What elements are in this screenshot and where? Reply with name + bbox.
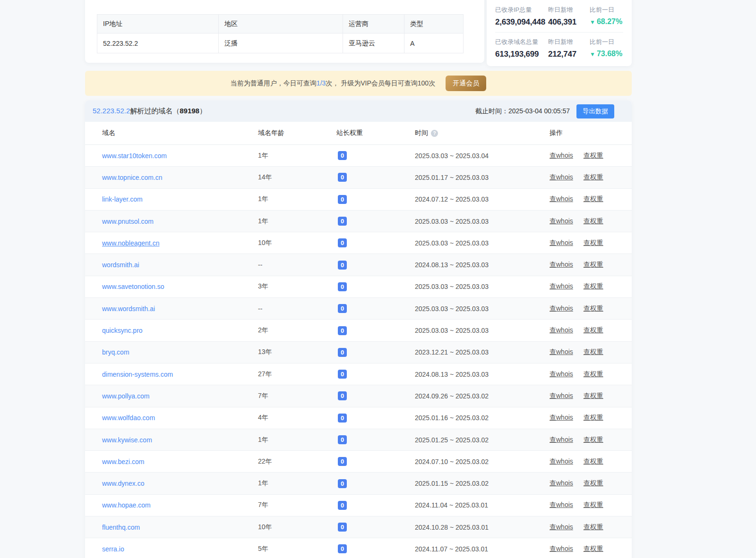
stats-row-ip: 已收录IP总量 2,639,094,448 昨日新增 406,391 比前一日 … (495, 6, 625, 27)
weight-badge[interactable]: 0 (338, 414, 347, 423)
domain-link[interactable]: www.wordsmith.ai (102, 305, 155, 313)
check-whois-link[interactable]: 查whois (550, 523, 573, 531)
check-weight-link[interactable]: 查权重 (584, 173, 603, 181)
table-row: www.kywise.com 1年 0 2025.01.25 ~ 2025.03… (85, 429, 632, 451)
weight-badge[interactable]: 0 (338, 173, 347, 182)
check-weight-link[interactable]: 查权重 (584, 239, 603, 246)
check-whois-link[interactable]: 查whois (550, 282, 573, 290)
domain-link[interactable]: www.dynex.co (102, 480, 144, 487)
check-whois-link[interactable]: 查whois (550, 414, 573, 421)
open-vip-button[interactable]: 开通会员 (446, 76, 486, 91)
record-period: 2024.07.12 ~ 2025.03.03 (415, 195, 550, 203)
record-period: 2024.10.28 ~ 2025.03.01 (415, 524, 550, 531)
domain-link[interactable]: www.pollya.com (102, 392, 149, 400)
domain-link[interactable]: www.bezi.com (102, 458, 144, 465)
domain-link[interactable]: link-layer.com (102, 195, 143, 203)
check-weight-link[interactable]: 查权重 (584, 326, 603, 334)
down-triangle-icon: ▼ (590, 19, 595, 25)
domain-count: 89198 (180, 107, 199, 115)
weight-badge[interactable]: 0 (338, 282, 347, 291)
check-weight-link[interactable]: 查权重 (584, 370, 603, 378)
domain-link[interactable]: www.star10token.com (102, 152, 167, 160)
check-weight-link[interactable]: 查权重 (584, 261, 603, 268)
weight-badge[interactable]: 0 (338, 261, 347, 270)
weight-badge[interactable]: 0 (338, 217, 347, 226)
weight-badge[interactable]: 0 (338, 435, 347, 444)
check-whois-link[interactable]: 查whois (550, 479, 573, 487)
domain-total-label: 已收录域名总量 (495, 38, 548, 46)
check-weight-link[interactable]: 查权重 (584, 217, 603, 225)
domain-link[interactable]: www.hopae.com (102, 501, 151, 509)
weight-badge[interactable]: 0 (338, 544, 347, 553)
weight-badge[interactable]: 0 (338, 479, 347, 488)
domain-new-value: 212,747 (548, 50, 590, 59)
check-whois-link[interactable]: 查whois (550, 195, 573, 203)
table-rows: www.star10token.com 1年 0 2025.03.03 ~ 20… (85, 145, 632, 558)
domain-link[interactable]: www.pnutsol.com (102, 218, 154, 225)
weight-badge[interactable]: 0 (338, 195, 347, 204)
domain-link[interactable]: fluenthq.com (102, 524, 140, 531)
weight-badge[interactable]: 0 (338, 391, 347, 400)
check-whois-link[interactable]: 查whois (550, 152, 573, 159)
check-whois-link[interactable]: 查whois (550, 326, 573, 334)
domain-age: 3年 (258, 282, 336, 291)
check-weight-link[interactable]: 查权重 (584, 457, 603, 465)
check-weight-link[interactable]: 查权重 (584, 392, 603, 399)
domain-link[interactable]: bryq.com (102, 348, 129, 356)
domain-link[interactable]: www.savetonotion.so (102, 283, 164, 290)
check-whois-link[interactable]: 查whois (550, 304, 573, 312)
title-ip-link[interactable]: 52.223.52.2 (93, 107, 130, 115)
table-row: www.hopae.com 7年 0 2024.11.04 ~ 2025.03.… (85, 495, 632, 516)
domain-link[interactable]: www.wolfdao.com (102, 414, 155, 422)
check-whois-link[interactable]: 查whois (550, 545, 573, 552)
check-weight-link[interactable]: 查权重 (584, 523, 603, 531)
check-weight-link[interactable]: 查权重 (584, 545, 603, 552)
weight-badge[interactable]: 0 (338, 457, 347, 466)
domain-link[interactable]: www.topnice.com.cn (102, 174, 163, 181)
check-weight-link[interactable]: 查权重 (584, 479, 603, 487)
check-whois-link[interactable]: 查whois (550, 239, 573, 246)
weight-badge[interactable]: 0 (338, 370, 347, 379)
domain-age: 10年 (258, 523, 336, 532)
check-whois-link[interactable]: 查whois (550, 392, 573, 399)
check-weight-link[interactable]: 查权重 (584, 152, 603, 159)
domain-link[interactable]: www.nobleagent.cn (102, 239, 159, 247)
check-weight-link[interactable]: 查权重 (584, 501, 603, 508)
weight-badge[interactable]: 0 (338, 151, 347, 160)
check-whois-link[interactable]: 查whois (550, 457, 573, 465)
check-weight-link[interactable]: 查权重 (584, 414, 603, 421)
check-whois-link[interactable]: 查whois (550, 370, 573, 378)
check-whois-link[interactable]: 查whois (550, 436, 573, 443)
domain-link[interactable]: quicksync.pro (102, 327, 143, 334)
weight-badge[interactable]: 0 (338, 501, 347, 510)
ip-col-header-address: IP地址 (97, 15, 219, 34)
check-weight-link[interactable]: 查权重 (584, 436, 603, 443)
check-whois-link[interactable]: 查whois (550, 261, 573, 268)
table-row: www.star10token.com 1年 0 2025.03.03 ~ 20… (85, 145, 632, 167)
weight-badge[interactable]: 0 (338, 348, 347, 357)
check-weight-link[interactable]: 查权重 (584, 304, 603, 312)
ip-col-header-type: 类型 (404, 15, 464, 34)
help-icon[interactable]: ? (431, 130, 438, 137)
weight-badge[interactable]: 0 (338, 304, 347, 313)
domain-link[interactable]: wordsmith.ai (102, 261, 139, 269)
check-whois-link[interactable]: 查whois (550, 173, 573, 181)
col-time: 时间? (415, 129, 550, 137)
ip-compare-value: ▼68.27% (590, 17, 625, 26)
check-whois-link[interactable]: 查whois (550, 348, 573, 355)
check-weight-link[interactable]: 查权重 (584, 348, 603, 355)
record-period: 2025.01.17 ~ 2025.03.03 (415, 174, 550, 181)
weight-badge[interactable]: 0 (338, 238, 347, 247)
domain-link[interactable]: www.kywise.com (102, 436, 152, 444)
table-row: link-layer.com 1年 0 2024.07.12 ~ 2025.03… (85, 189, 632, 211)
check-weight-link[interactable]: 查权重 (584, 195, 603, 203)
ip-new-value: 406,391 (548, 17, 590, 27)
check-weight-link[interactable]: 查权重 (584, 282, 603, 290)
domain-link[interactable]: serra.io (102, 545, 124, 553)
weight-badge[interactable]: 0 (338, 523, 347, 532)
check-whois-link[interactable]: 查whois (550, 217, 573, 225)
weight-badge[interactable]: 0 (338, 326, 347, 335)
domain-link[interactable]: dimension-systems.com (102, 371, 173, 378)
check-whois-link[interactable]: 查whois (550, 501, 573, 508)
export-data-button[interactable]: 导出数据 (576, 104, 614, 118)
